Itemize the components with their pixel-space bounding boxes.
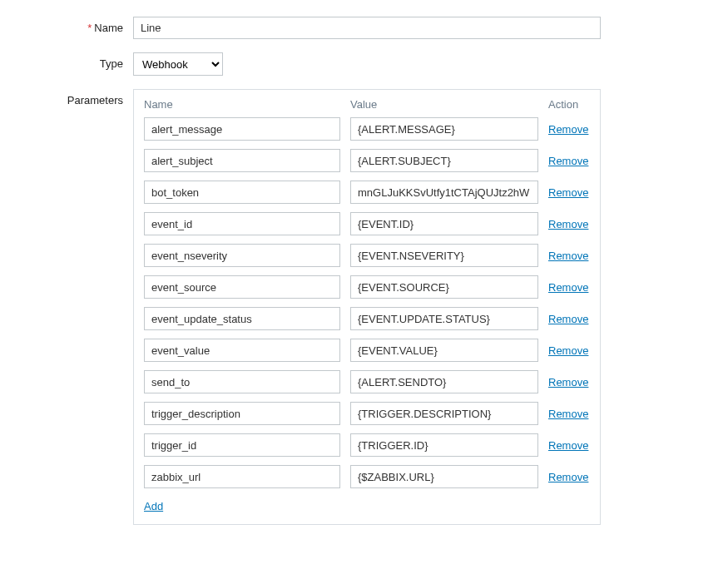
remove-parameter-link[interactable]: Remove [548,439,588,452]
parameter-name-input[interactable] [144,339,340,362]
parameter-value-input[interactable] [350,370,538,393]
parameter-row: Remove [144,402,590,425]
remove-parameter-link[interactable]: Remove [548,471,588,483]
remove-parameter-link[interactable]: Remove [548,186,588,199]
remove-parameter-link[interactable]: Remove [548,344,588,357]
parameter-value-input[interactable] [350,181,538,204]
parameter-name-input[interactable] [144,465,340,488]
remove-parameter-link[interactable]: Remove [548,155,588,167]
parameter-value-input[interactable] [350,307,538,330]
remove-parameter-link[interactable]: Remove [548,250,588,262]
parameter-value-input[interactable] [350,465,538,488]
parameter-name-input[interactable] [144,149,340,172]
parameter-name-input[interactable] [144,275,340,299]
parameter-value-input[interactable] [350,117,538,141]
parameter-row: Remove [144,181,590,204]
header-name: Name [144,98,350,111]
parameter-name-input[interactable] [144,244,340,267]
parameter-name-input[interactable] [144,181,340,204]
parameter-row: Remove [144,307,590,330]
add-parameter-link[interactable]: Add [144,500,163,512]
parameter-row: Remove [144,149,590,172]
parameter-value-input[interactable] [350,212,538,235]
parameter-value-input[interactable] [350,402,538,425]
parameters-label: Parameters [17,89,133,106]
parameter-name-input[interactable] [144,212,340,235]
parameter-row: Remove [144,244,590,267]
remove-parameter-link[interactable]: Remove [548,376,588,388]
parameter-name-input[interactable] [144,370,340,393]
type-select[interactable]: Webhook [133,52,223,76]
name-label: *Name [17,17,133,34]
parameter-row: Remove [144,212,590,235]
parameter-row: Remove [144,275,590,299]
parameters-table: Name Value Action RemoveRemoveRemoveRemo… [133,89,601,525]
parameter-row: Remove [144,117,590,141]
parameter-row: Remove [144,339,590,362]
parameter-name-input[interactable] [144,402,340,425]
remove-parameter-link[interactable]: Remove [548,408,588,420]
header-action: Action [548,98,590,111]
parameter-row: Remove [144,370,590,393]
remove-parameter-link[interactable]: Remove [548,218,588,230]
name-input[interactable] [133,17,601,39]
parameter-value-input[interactable] [350,339,538,362]
parameter-value-input[interactable] [350,433,538,457]
parameter-row: Remove [144,465,590,488]
remove-parameter-link[interactable]: Remove [548,313,588,325]
remove-parameter-link[interactable]: Remove [548,123,588,136]
parameters-header: Name Value Action [144,98,590,111]
required-indicator: * [87,22,92,34]
type-label: Type [17,52,133,70]
remove-parameter-link[interactable]: Remove [548,281,588,294]
parameter-value-input[interactable] [350,149,538,172]
parameter-name-input[interactable] [144,433,340,457]
parameter-row: Remove [144,433,590,457]
header-value: Value [350,98,548,111]
parameter-value-input[interactable] [350,275,538,299]
parameter-name-input[interactable] [144,117,340,141]
parameter-value-input[interactable] [350,244,538,267]
parameter-name-input[interactable] [144,307,340,330]
